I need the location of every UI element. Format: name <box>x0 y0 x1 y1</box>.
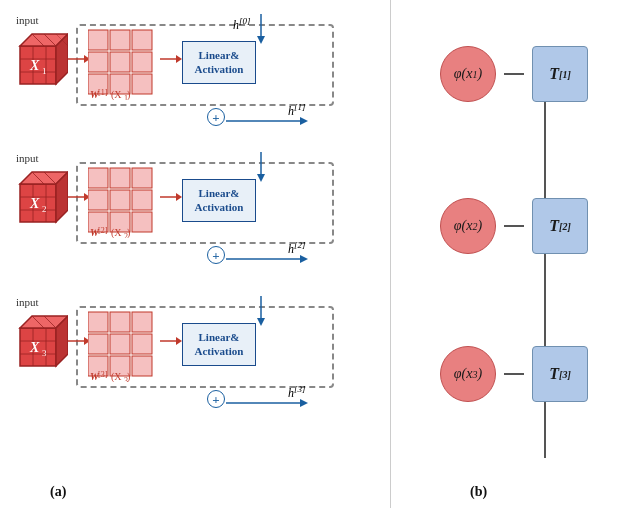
weight-grid-2: W [2] (X 2 ) <box>88 166 160 238</box>
h2-label: h[2] <box>288 240 306 257</box>
weight-grid-1: W [1] (X 1 ) <box>88 28 160 100</box>
svg-rect-19 <box>132 52 152 72</box>
svg-rect-85 <box>132 334 152 354</box>
arrow-to-act-2 <box>160 190 182 204</box>
connector-3 <box>504 373 524 375</box>
panel-a-label: (a) <box>50 484 66 500</box>
arrow-to-act-3 <box>160 334 182 348</box>
arrow-3 <box>68 334 90 348</box>
svg-text:(X: (X <box>111 227 122 238</box>
activation-box-1: Linear& Activation <box>182 41 256 84</box>
svg-text:3: 3 <box>42 348 47 358</box>
svg-text:X: X <box>29 196 40 211</box>
plus-circle-1: + <box>207 108 225 126</box>
weight-grid-3: W [3] (X 3 ) <box>88 310 160 382</box>
arrow-1 <box>68 52 90 66</box>
svg-rect-80 <box>88 312 108 332</box>
arrow-2 <box>68 190 90 204</box>
svg-text:): ) <box>127 371 130 382</box>
svg-rect-17 <box>88 52 108 72</box>
arrow-to-act-1 <box>160 52 182 66</box>
h1-arrow-in <box>253 152 269 184</box>
phi-circle-3: φ(x3) <box>440 346 496 402</box>
svg-rect-18 <box>110 52 130 72</box>
plus-circle-2: + <box>207 246 225 264</box>
cube-x2: X 2 <box>12 164 68 226</box>
cube-x1: X 1 <box>12 26 68 88</box>
plus-circle-3: + <box>207 390 225 408</box>
svg-text:(X: (X <box>111 371 122 382</box>
connector-2 <box>504 225 524 227</box>
svg-marker-97 <box>257 318 265 326</box>
svg-text:[2]: [2] <box>98 226 108 235</box>
svg-rect-88 <box>132 356 152 376</box>
main-diagram: input X 1 <box>0 0 640 508</box>
svg-text:): ) <box>127 89 130 100</box>
svg-rect-55 <box>132 212 152 232</box>
svg-text:[1]: [1] <box>98 88 108 97</box>
b-row-1: φ(x1) T[1] <box>440 46 588 102</box>
h2-arrow-in <box>253 296 269 328</box>
svg-rect-50 <box>88 190 108 210</box>
svg-rect-82 <box>132 312 152 332</box>
input-label-1: input <box>16 14 39 26</box>
svg-marker-31 <box>257 36 265 44</box>
svg-text:(X: (X <box>111 89 122 100</box>
svg-rect-48 <box>110 168 130 188</box>
phi-circle-1: φ(x1) <box>440 46 496 102</box>
b-row-2: φ(x2) T[2] <box>440 198 588 254</box>
t-box-2: T[2] <box>532 198 588 254</box>
svg-text:1: 1 <box>42 66 47 76</box>
t-box-1: T[1] <box>532 46 588 102</box>
svg-rect-14 <box>88 30 108 50</box>
connector-1 <box>504 73 524 75</box>
activation-box-3: Linear& Activation <box>182 323 256 366</box>
svg-text:[3]: [3] <box>98 370 108 379</box>
b-row-3: φ(x3) T[3] <box>440 346 588 402</box>
svg-rect-51 <box>110 190 130 210</box>
phi-circle-2: φ(x2) <box>440 198 496 254</box>
svg-rect-83 <box>88 334 108 354</box>
h0-arrow <box>253 14 269 46</box>
activation-box-2: Linear& Activation <box>182 179 256 222</box>
cube-x3: X 3 <box>12 308 68 370</box>
panel-b-label: (b) <box>470 484 487 500</box>
svg-text:2: 2 <box>42 204 47 214</box>
svg-text:): ) <box>127 227 130 238</box>
svg-rect-47 <box>88 168 108 188</box>
svg-rect-81 <box>110 312 130 332</box>
svg-rect-84 <box>110 334 130 354</box>
svg-rect-16 <box>132 30 152 50</box>
svg-rect-52 <box>132 190 152 210</box>
svg-rect-49 <box>132 168 152 188</box>
svg-text:X: X <box>29 58 40 73</box>
h1-label: h[1] <box>288 102 306 119</box>
input-label-2: input <box>16 152 39 164</box>
svg-marker-64 <box>257 174 265 182</box>
svg-text:X: X <box>29 340 40 355</box>
t-box-3: T[3] <box>532 346 588 402</box>
panel-b: φ(x1) T[1] φ(x2) T[2] φ(x3) T[3] <box>390 0 640 508</box>
h0-label: h[0] <box>233 16 251 33</box>
svg-rect-15 <box>110 30 130 50</box>
input-label-3: input <box>16 296 39 308</box>
panel-a: input X 1 <box>0 0 390 508</box>
h3-label: h[3] <box>288 384 306 401</box>
svg-rect-22 <box>132 74 152 94</box>
